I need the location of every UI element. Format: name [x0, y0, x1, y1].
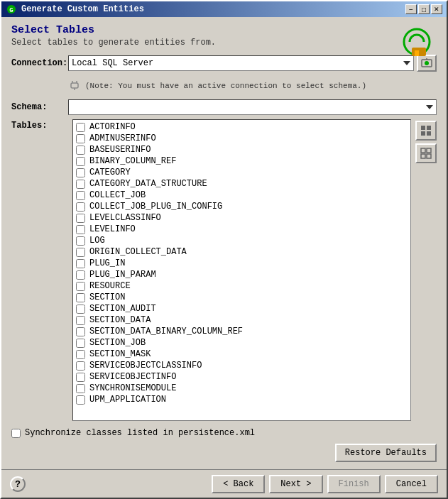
table-checkbox[interactable]	[76, 236, 85, 246]
table-name-label: SECTION_AUDIT	[89, 304, 156, 314]
table-row[interactable]: COLLECT_JOB_PLUG_IN_CONFIG	[75, 201, 409, 212]
table-row[interactable]: SERVICEOBJECTINFO	[75, 371, 409, 383]
table-row[interactable]: CATEGORY_DATA_STRUCTURE	[75, 178, 409, 190]
table-checkbox[interactable]	[76, 282, 85, 291]
table-row[interactable]: SECTION_DATA_BINARY_COLUMN_REF	[75, 326, 409, 337]
maximize-button[interactable]: □	[418, 4, 430, 14]
table-checkbox[interactable]	[76, 225, 85, 234]
table-name-label: SECTION	[89, 292, 125, 302]
select-all-button[interactable]	[415, 121, 437, 141]
table-row[interactable]: SYNCHRONISEMODULE	[75, 383, 409, 394]
minimize-button[interactable]: −	[405, 4, 417, 14]
title-bar: G Generate Custom Entities − □ ✕	[1, 1, 447, 17]
svg-text:G: G	[9, 7, 13, 14]
table-row[interactable]: SECTION	[75, 292, 409, 303]
table-checkbox[interactable]	[76, 350, 85, 359]
table-row[interactable]: SERVICEOBJECTCLASSINFO	[75, 360, 409, 371]
table-checkbox[interactable]	[76, 191, 85, 200]
sync-row: Synchronize classes listed in persistenc…	[11, 428, 437, 438]
table-row[interactable]: PLUG_IN_PARAM	[75, 269, 409, 280]
table-name-label: ORIGIN_COLLECT_DATA	[89, 247, 187, 257]
table-name-label: PLUG_IN	[89, 258, 125, 268]
close-button[interactable]: ✕	[431, 4, 442, 14]
table-row[interactable]: PLUG_IN	[75, 258, 409, 269]
table-checkbox[interactable]	[76, 361, 85, 371]
table-checkbox[interactable]	[76, 327, 85, 336]
table-checkbox[interactable]	[76, 373, 85, 382]
info-icon	[68, 77, 81, 94]
table-checkbox[interactable]	[76, 180, 85, 189]
table-row[interactable]: ORIGIN_COLLECT_DATA	[75, 246, 409, 258]
table-row[interactable]: LEVELCLASSINFO	[75, 212, 409, 224]
logo-wrap	[397, 24, 437, 64]
table-name-label: BASEUSERINFO	[89, 145, 151, 155]
table-checkbox[interactable]	[76, 339, 85, 348]
table-checkbox[interactable]	[76, 270, 85, 280]
restore-defaults-button[interactable]: Restore Defaults	[335, 444, 437, 462]
svg-rect-19	[427, 154, 431, 158]
table-row[interactable]: ADMINUSERINFO	[75, 133, 409, 144]
table-name-label: ADMINUSERINFO	[89, 133, 156, 143]
table-row[interactable]: LEVELINFO	[75, 224, 409, 235]
table-name-label: SERVICEOBJECTCLASSINFO	[89, 361, 202, 371]
table-row[interactable]: SECTION_JOB	[75, 337, 409, 349]
table-name-label: CATEGORY_DATA_STRUCTURE	[89, 179, 207, 189]
table-row[interactable]: BASEUSERINFO	[75, 144, 409, 155]
table-checkbox[interactable]	[76, 214, 85, 223]
table-row[interactable]: LOG	[75, 235, 409, 246]
table-row[interactable]: SECTION_AUDIT	[75, 303, 409, 314]
nav-left: ?	[10, 476, 26, 492]
table-checkbox[interactable]	[76, 259, 85, 268]
help-button[interactable]: ?	[10, 476, 26, 492]
table-row[interactable]: RESOURCE	[75, 280, 409, 292]
svg-rect-13	[427, 126, 431, 130]
connection-select[interactable]: Local SQL Server	[68, 55, 414, 71]
table-checkbox[interactable]	[76, 168, 85, 177]
table-checkbox[interactable]	[76, 305, 85, 314]
table-name-label: COLLECT_JOB_PLUG_IN_CONFIG	[89, 202, 222, 212]
finish-button[interactable]: Finish	[327, 475, 381, 493]
connection-label: Connection:	[11, 58, 68, 68]
schema-control	[68, 99, 437, 115]
table-checkbox[interactable]	[76, 316, 85, 325]
top-section: Select Tables Select tables to generate …	[11, 24, 437, 55]
table-name-label: LEVELCLASSINFO	[89, 213, 161, 223]
sync-label: Synchronize classes listed in persistenc…	[25, 428, 255, 438]
schema-select[interactable]	[68, 99, 437, 115]
back-button[interactable]: < Back	[212, 475, 265, 493]
svg-rect-16	[421, 148, 425, 153]
table-row[interactable]: SECTION_MASK	[75, 349, 409, 360]
table-name-label: RESOURCE	[89, 281, 131, 291]
table-checkbox[interactable]	[76, 202, 85, 212]
table-row[interactable]: ACTORINFO	[75, 121, 409, 133]
sync-checkbox[interactable]	[11, 429, 21, 438]
table-row[interactable]: UPM_APPLICATION	[75, 394, 409, 405]
table-row[interactable]: CATEGORY	[75, 167, 409, 178]
page-title: Select Tables	[11, 24, 387, 36]
title-buttons: − □ ✕	[405, 4, 442, 14]
cancel-button[interactable]: Cancel	[385, 475, 438, 493]
select-all-icon	[420, 124, 432, 137]
table-checkbox[interactable]	[76, 146, 85, 155]
table-checkbox[interactable]	[76, 248, 85, 257]
table-checkbox[interactable]	[76, 395, 85, 405]
table-name-label: COLLECT_JOB	[89, 190, 146, 200]
table-name-label: SECTION_JOB	[89, 338, 146, 348]
app-logo	[399, 26, 435, 62]
info-row: (Note: You must have an active connectio…	[68, 77, 437, 94]
table-row[interactable]: COLLECT_JOB	[75, 190, 409, 201]
table-checkbox[interactable]	[76, 123, 85, 132]
table-checkbox[interactable]	[76, 384, 85, 393]
table-row[interactable]: BINARY_COLUMN_REF	[75, 155, 409, 167]
table-name-label: LOG	[89, 236, 105, 246]
action-row: Restore Defaults	[11, 444, 437, 462]
next-button[interactable]: Next >	[269, 475, 322, 493]
table-checkbox[interactable]	[76, 157, 85, 166]
tables-list[interactable]: ACTORINFOADMINUSERINFOBASEUSERINFOBINARY…	[72, 119, 411, 421]
table-row[interactable]: SECTION_DATA	[75, 314, 409, 326]
deselect-all-button[interactable]	[415, 143, 437, 163]
svg-rect-14	[421, 131, 425, 136]
table-checkbox[interactable]	[76, 293, 85, 302]
table-checkbox[interactable]	[76, 134, 85, 143]
schema-label: Schema:	[11, 102, 68, 112]
